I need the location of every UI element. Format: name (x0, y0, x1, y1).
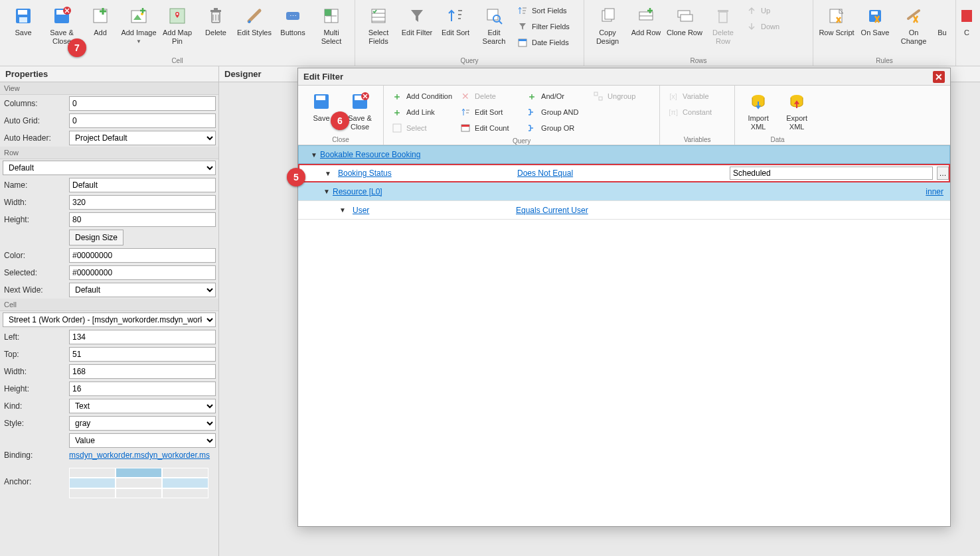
on-save-button[interactable]: On Save (856, 3, 894, 56)
edit-styles-button[interactable]: Edit Styles (235, 3, 274, 56)
dlg-save-close-button[interactable]: Save & Close (341, 88, 379, 135)
design-size-button[interactable]: Design Size (69, 230, 123, 245)
move-down-button[interactable]: Down (742, 19, 809, 35)
nextwide-select[interactable]: Default (69, 283, 216, 297)
add-image-button[interactable]: Add Image▼ (120, 3, 158, 56)
binding-link[interactable]: msdyn_workorder.msdyn_workorder.ms (69, 451, 210, 460)
edit-filter-button[interactable]: Edit Filter (398, 3, 436, 56)
edit-search-button[interactable]: Edit Search (475, 3, 513, 56)
selected-input[interactable] (69, 265, 216, 280)
add-condition-button[interactable]: ＋Add Condition (388, 88, 456, 104)
row-width-input[interactable] (69, 195, 216, 210)
group-label-query: Query (359, 56, 580, 66)
main-ribbon: Save Save & Close Add Add Image▼ Add Map… (0, 0, 980, 66)
properties-panel: Properties View Columns: Auto Grid: Auto… (0, 66, 219, 556)
ungroup-button[interactable]: Ungroup (589, 88, 655, 104)
clone-row-button[interactable]: Clone Row (665, 3, 704, 56)
dialog-titlebar[interactable]: Edit Filter ✕ (298, 68, 950, 86)
expand-icon[interactable]: ▼ (308, 151, 320, 159)
condition-value-input[interactable] (730, 167, 933, 180)
filter-fields-button[interactable]: Filter Fields (513, 19, 580, 35)
svg-rect-1 (18, 10, 27, 15)
filter-link-row[interactable]: ▼ Resource [L0] inner (298, 182, 950, 201)
expand-icon[interactable]: ▼ (321, 188, 333, 195)
cell-select[interactable]: Street 1 (Work Order) - [msdyn_workorder… (3, 313, 216, 327)
save-button[interactable]: Save (4, 3, 42, 56)
move-up-button[interactable]: Up (742, 3, 809, 19)
group-and-button[interactable]: Group AND (523, 104, 589, 120)
sub-operator-link[interactable]: Equals Current User (516, 206, 588, 215)
select-button[interactable]: Select (388, 120, 456, 136)
delete-row-button[interactable]: Delete Row (704, 3, 742, 56)
on-change-button[interactable]: On Change (894, 3, 933, 56)
add-row-button[interactable]: Add Row (627, 3, 665, 56)
filter-tree: ▼ Bookable Resource Booking ▼ Booking St… (298, 145, 950, 526)
expand-icon[interactable]: ▼ (322, 170, 334, 177)
svg-rect-14 (214, 8, 218, 10)
cell-width-input[interactable] (69, 364, 216, 379)
sort-fields-button[interactable]: Sort Fields (513, 3, 580, 19)
variable-button[interactable]: [x]Variable (664, 88, 730, 104)
binding-label: Binding: (3, 451, 69, 460)
style-select[interactable]: gray (69, 416, 216, 431)
row-select[interactable]: Default (3, 161, 216, 175)
left-input[interactable] (69, 330, 216, 344)
lookup-button[interactable]: … (937, 167, 949, 180)
condition-field-link[interactable]: Booking Status (338, 169, 392, 178)
andor-button[interactable]: ＋And/Or (523, 88, 589, 104)
export-xml-button[interactable]: Export XML (777, 88, 816, 135)
expand-icon[interactable]: ▼ (337, 206, 349, 214)
condition-operator-link[interactable]: Does Not Equal (517, 169, 573, 178)
columns-input[interactable] (69, 96, 216, 111)
svg-rect-23 (519, 39, 527, 41)
svg-rect-42 (461, 125, 469, 127)
row-script-button[interactable]: Row Script (817, 3, 856, 56)
select-fields-button[interactable]: Select Fields (359, 3, 398, 56)
autoheader-select[interactable]: Project Default (69, 131, 216, 145)
callout-badge-5: 5 (287, 168, 305, 186)
color-input[interactable] (69, 248, 216, 263)
svg-rect-2 (19, 17, 27, 23)
dlg-delete-button[interactable]: ✕Delete (456, 88, 523, 104)
add-button[interactable]: Add (81, 3, 120, 56)
import-xml-button[interactable]: Import XML (739, 88, 777, 135)
add-map-pin-button[interactable]: Add Map Pin (158, 3, 197, 56)
close-icon[interactable]: ✕ (933, 71, 945, 83)
style2-select[interactable]: Value (69, 433, 216, 448)
properties-header: Properties (0, 66, 218, 82)
svg-rect-34 (961, 10, 972, 22)
link-type-link[interactable]: inner (926, 187, 943, 196)
autoheader-label: Auto Header: (3, 133, 69, 143)
name-input[interactable] (69, 178, 216, 192)
sub-field-link[interactable]: User (353, 206, 369, 215)
anchor-grid[interactable] (69, 468, 208, 498)
root-entity-link[interactable]: Bookable Resource Booking (320, 150, 420, 159)
add-link-button[interactable]: ＋Add Link (388, 104, 456, 120)
kind-select[interactable]: Text (69, 399, 216, 413)
constant-button[interactable]: [π]Constant (664, 104, 730, 120)
svg-rect-29 (719, 12, 727, 23)
group-or-button[interactable]: Group OR (523, 120, 589, 136)
filter-subcondition-row[interactable]: ▼ User Equals Current User (298, 201, 950, 220)
svg-rect-28 (681, 15, 693, 21)
button-overflow-1[interactable]: Bu (933, 3, 951, 56)
cell-height-input[interactable] (69, 382, 216, 396)
autogrid-input[interactable] (69, 113, 216, 128)
filter-root-row[interactable]: ▼ Bookable Resource Booking (298, 145, 950, 164)
copy-design-button[interactable]: Copy Design (588, 3, 627, 56)
delete-button[interactable]: Delete (197, 3, 235, 56)
group-label-rules: Rules (817, 56, 951, 66)
edit-count-button[interactable]: Edit Count (456, 120, 523, 136)
dlg-edit-sort-button[interactable]: Edit Sort (456, 104, 523, 120)
date-fields-button[interactable]: Date Fields (513, 35, 580, 50)
cell-section: Cell (0, 299, 218, 311)
filter-condition-row[interactable]: ▼ Booking Status Does Not Equal … (298, 164, 950, 182)
multi-select-button[interactable]: Multi Select (312, 3, 351, 56)
edit-sort-button[interactable]: Edit Sort (436, 3, 475, 56)
row-width-label: Width: (3, 198, 69, 207)
top-input[interactable] (69, 347, 216, 362)
row-height-input[interactable] (69, 212, 216, 227)
link-entity-link[interactable]: Resource [L0] (333, 187, 382, 196)
buttons-button[interactable]: ⋯Buttons (274, 3, 312, 56)
button-overflow-2[interactable]: C (960, 3, 973, 66)
